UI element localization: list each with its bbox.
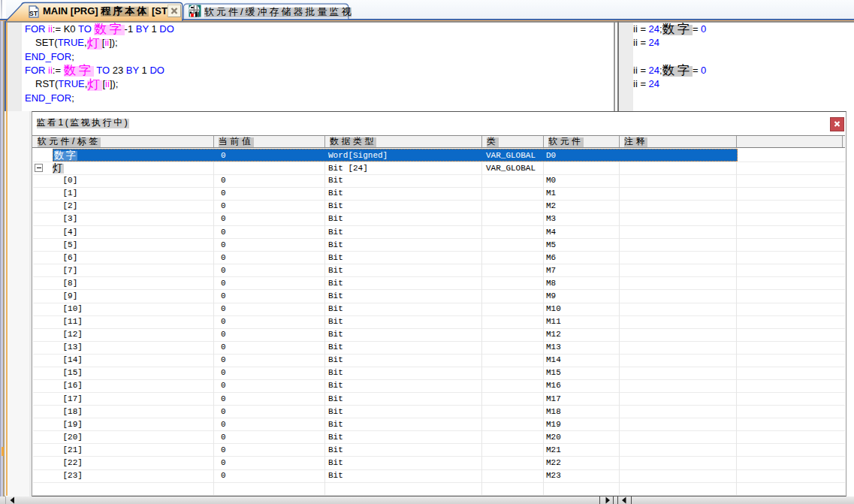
svg-text:ST: ST <box>29 9 38 17</box>
